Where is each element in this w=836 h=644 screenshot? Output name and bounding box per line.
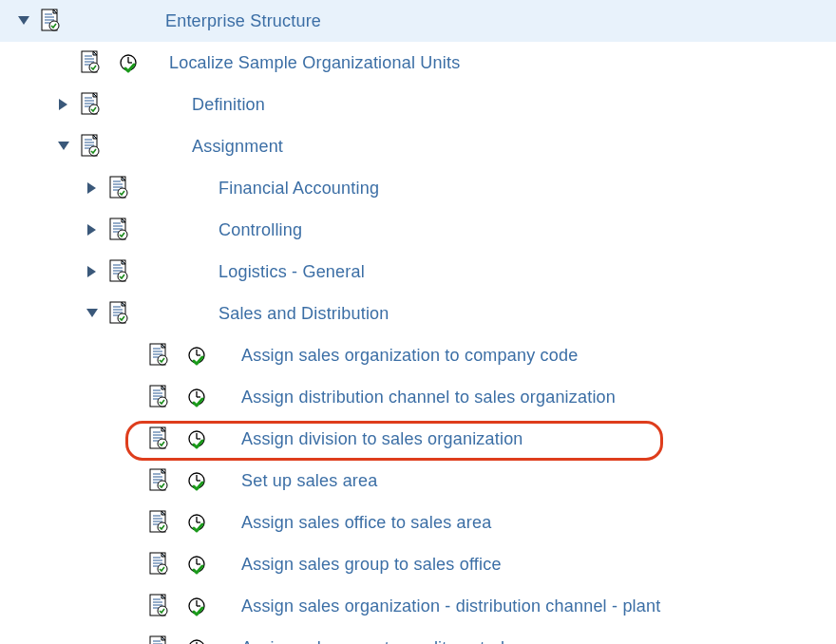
execute-icon[interactable]	[186, 637, 207, 644]
node-label: Set up sales area	[241, 471, 378, 491]
execute-icon[interactable]	[186, 387, 207, 407]
img-activity-icon	[148, 468, 169, 493]
execute-icon[interactable]	[186, 554, 207, 575]
tree-node-sd-assign-group-office[interactable]: Assign sales group to sales office	[0, 543, 836, 585]
node-label: Definition	[192, 95, 265, 115]
execute-icon[interactable]	[186, 470, 207, 491]
node-label: Localize Sample Organizational Units	[169, 53, 460, 73]
tree-node-assignment[interactable]: Assignment	[0, 125, 836, 167]
node-label: Assign sales organization to company cod…	[241, 346, 578, 366]
expand-toggle-icon[interactable]	[86, 265, 99, 278]
tree-node-sd-assign-dist-channel[interactable]: Assign distribution channel to sales org…	[0, 376, 836, 418]
img-activity-icon	[40, 9, 61, 33]
node-label: Assign sales group to sales office	[241, 555, 502, 575]
node-label: Assign division to sales organization	[241, 429, 523, 449]
expand-toggle-icon[interactable]	[17, 14, 30, 28]
tree-node-sales-distribution[interactable]: Sales and Distribution	[0, 293, 836, 334]
img-activity-icon	[148, 385, 169, 409]
tree-node-definition[interactable]: Definition	[0, 84, 836, 125]
expand-toggle-icon[interactable]	[57, 140, 70, 153]
execute-icon[interactable]	[186, 512, 207, 533]
expand-toggle-icon[interactable]	[86, 223, 99, 237]
node-label: Sales and Distribution	[218, 304, 390, 324]
node-label: Enterprise Structure	[165, 11, 321, 31]
img-activity-icon	[148, 343, 169, 368]
node-label: Financial Accounting	[218, 179, 379, 199]
node-label: Assignment	[192, 137, 283, 157]
expand-toggle-icon[interactable]	[86, 307, 99, 320]
tree-node-sd-assign-division[interactable]: Assign division to sales organization	[0, 418, 836, 460]
execute-icon[interactable]	[186, 345, 207, 366]
node-label: Assign sales office to sales area	[241, 513, 491, 533]
execute-icon[interactable]	[186, 596, 207, 616]
tree-node-sd-assign-org-dist-plant[interactable]: Assign sales organization - distribution…	[0, 585, 836, 627]
img-activity-icon	[148, 510, 169, 535]
img-activity-icon	[108, 176, 129, 200]
img-activity-icon	[148, 552, 169, 577]
execute-icon[interactable]	[186, 428, 207, 449]
tree-node-financial-accounting[interactable]: Financial Accounting	[0, 167, 836, 209]
tree-node-enterprise-structure[interactable]: Enterprise Structure	[0, 0, 836, 42]
tree-node-sd-assign-area-credit[interactable]: Assign sales area to credit control area	[0, 627, 836, 644]
img-activity-icon	[148, 426, 169, 451]
img-activity-icon	[148, 594, 169, 618]
expand-toggle-icon[interactable]	[86, 181, 99, 195]
tree-node-sd-assign-office-area[interactable]: Assign sales office to sales area	[0, 502, 836, 543]
tree-node-sd-setup-sales-area[interactable]: Set up sales area	[0, 460, 836, 502]
node-label: Assign sales area to credit control area	[241, 638, 544, 645]
img-activity-icon	[108, 259, 129, 284]
node-label: Assign sales organization - distribution…	[241, 597, 660, 616]
tree-node-localize[interactable]: Localize Sample Organizational Units	[0, 42, 836, 84]
execute-icon[interactable]	[118, 52, 139, 73]
node-label: Controlling	[218, 220, 302, 240]
img-activity-icon	[108, 218, 129, 242]
tree-node-controlling[interactable]: Controlling	[0, 209, 836, 251]
tree-node-logistics-general[interactable]: Logistics - General	[0, 251, 836, 293]
img-activity-icon	[108, 301, 129, 326]
img-activity-icon	[148, 635, 169, 644]
img-activity-icon	[80, 134, 101, 159]
expand-toggle-icon[interactable]	[57, 98, 70, 111]
tree-node-sd-assign-sales-org-company[interactable]: Assign sales organization to company cod…	[0, 334, 836, 376]
img-activity-icon	[80, 92, 101, 117]
node-label: Assign distribution channel to sales org…	[241, 388, 616, 407]
node-label: Logistics - General	[218, 262, 365, 282]
img-activity-icon	[80, 50, 101, 75]
